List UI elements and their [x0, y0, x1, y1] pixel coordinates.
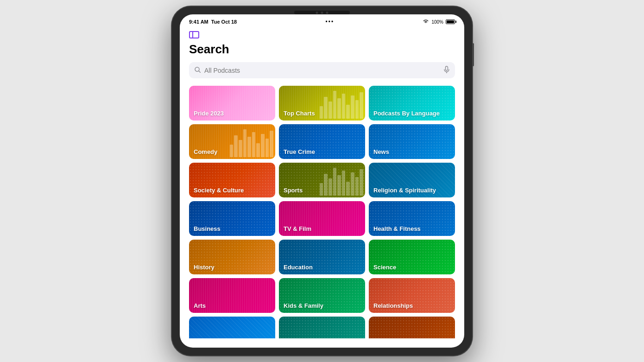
battery-icon: [446, 19, 455, 24]
category-card-language[interactable]: Podcasts By Language: [369, 86, 455, 121]
page-title: Search: [189, 42, 455, 57]
category-label-relationships: Relationships: [373, 302, 413, 309]
status-bar: 9:41 AM Tue Oct 18 ••• 100%: [180, 14, 464, 29]
category-label-news: News: [373, 148, 389, 155]
battery-percent: 100%: [431, 19, 443, 25]
system-icons: 100%: [423, 19, 455, 25]
category-card-history[interactable]: History: [189, 240, 275, 274]
category-label-arts: Arts: [194, 302, 206, 309]
category-label-kids: Kids & Family: [284, 302, 323, 309]
category-card-crime[interactable]: True Crime: [279, 124, 365, 159]
category-label-pride: Pride 2023: [194, 110, 224, 117]
dots-menu: •••: [326, 19, 335, 25]
category-card-science[interactable]: Science: [369, 240, 455, 274]
search-bar[interactable]: [189, 62, 455, 78]
svg-rect-2: [446, 66, 448, 70]
category-label-top-charts: Top Charts: [284, 110, 315, 117]
category-card-society[interactable]: Society & Culture: [189, 163, 275, 197]
screen: 9:41 AM Tue Oct 18 ••• 100%: [180, 14, 464, 348]
categories-grid: Pride 2023Top ChartsPodcasts By Language…: [189, 86, 455, 338]
category-card-top-charts[interactable]: Top Charts: [279, 86, 365, 121]
status-time-date: 9:41 AM Tue Oct 18: [189, 19, 237, 25]
category-card-pride[interactable]: Pride 2023: [189, 86, 275, 121]
scene: 9:41 AM Tue Oct 18 ••• 100%: [164, 5, 480, 357]
category-label-science: Science: [373, 264, 396, 271]
category-label-language: Podcasts By Language: [373, 110, 440, 117]
category-label-education: Education: [284, 264, 313, 271]
status-icons: •••: [326, 19, 335, 25]
category-card-news[interactable]: News: [369, 124, 455, 159]
category-card-health[interactable]: Health & Fitness: [369, 201, 455, 236]
svg-line-1: [199, 71, 201, 73]
category-card-sports[interactable]: Sports: [279, 163, 365, 197]
category-card-kids[interactable]: Kids & Family: [279, 278, 365, 313]
category-card-religion[interactable]: Religion & Spirituality: [369, 163, 455, 197]
category-label-tv: TV & Film: [284, 225, 311, 232]
ipad-frame: 9:41 AM Tue Oct 18 ••• 100%: [171, 6, 473, 356]
microphone-icon[interactable]: [444, 66, 449, 75]
search-input[interactable]: [204, 67, 440, 74]
category-card-self[interactable]: Self-Improvement: [279, 317, 365, 338]
category-label-history: History: [194, 264, 215, 271]
category-label-crime: True Crime: [284, 148, 315, 155]
category-card-journals[interactable]: Personal Journals: [369, 317, 455, 338]
side-button: [472, 43, 474, 66]
category-label-society: Society & Culture: [194, 187, 244, 194]
category-label-sports: Sports: [284, 187, 303, 194]
wifi-icon: [423, 19, 429, 25]
category-card-business[interactable]: Business: [189, 201, 275, 236]
category-card-comedy[interactable]: Comedy: [189, 124, 275, 159]
category-label-comedy: Comedy: [194, 148, 217, 155]
category-card-tv[interactable]: TV & Film: [279, 201, 365, 236]
category-card-relationships[interactable]: Relationships: [369, 278, 455, 313]
status-date: Tue Oct 18: [211, 19, 237, 25]
search-icon: [195, 67, 201, 74]
category-card-mental[interactable]: Mental Health: [189, 317, 275, 338]
top-nav: [180, 29, 464, 42]
content-area[interactable]: Search Pride 2023Top ChartsPodcasts By L…: [180, 42, 464, 338]
status-time: 9:41 AM: [189, 19, 208, 25]
category-label-religion: Religion & Spirituality: [373, 187, 436, 194]
category-label-health: Health & Fitness: [373, 225, 421, 232]
category-card-arts[interactable]: Arts: [189, 278, 275, 313]
category-card-education[interactable]: Education: [279, 240, 365, 274]
category-label-business: Business: [194, 225, 221, 232]
sidebar-toggle-button[interactable]: [189, 31, 199, 38]
camera-area: [316, 12, 328, 14]
